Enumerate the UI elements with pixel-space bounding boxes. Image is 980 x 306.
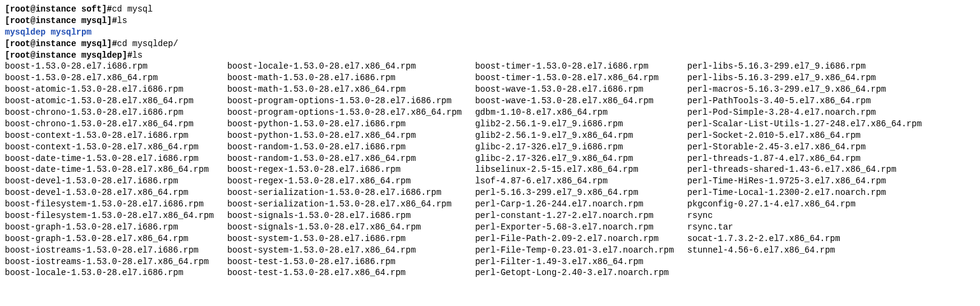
file-entry: boost-devel-1.53.0-28.el7.x86_64.rpm (5, 187, 214, 199)
file-entry: perl-Socket-2.010-5.el7.x86_64.rpm (688, 130, 922, 141)
file-entry: boost-timer-1.53.0-28.el7.i686.rpm (475, 61, 674, 72)
file-entry: boost-locale-1.53.0-28.el7.i686.rpm (5, 267, 214, 279)
file-entry: pkgconfig-0.27.1-4.el7.x86_64.rpm (688, 199, 922, 210)
ls-output-mysqldep: boost-1.53.0-28.el7.i686.rpmboost-1.53.0… (5, 61, 975, 279)
shell-command: ls (117, 15, 127, 27)
file-entry: boost-iostreams-1.53.0-28.el7.i686.rpm (5, 245, 214, 256)
file-entry: boost-wave-1.53.0-28.el7.x86_64.rpm (475, 95, 674, 107)
file-entry: boost-serialization-1.53.0-28.el7.x86_64… (227, 199, 461, 210)
ls-output-mysql: mysqldep mysqlrpm (5, 27, 975, 38)
file-entry: perl-Pod-Simple-3.28-4.el7.noarch.rpm (688, 107, 922, 118)
file-entry: boost-random-1.53.0-28.el7.i686.rpm (227, 141, 461, 153)
file-entry: boost-1.53.0-28.el7.x86_64.rpm (5, 72, 214, 84)
file-entry: perl-File-Temp-0.23.01-3.el7.noarch.rpm (475, 245, 674, 256)
file-entry: perl-constant-1.27-2.el7.noarch.rpm (475, 210, 674, 222)
file-entry: perl-libs-5.16.3-299.el7_9.x86_64.rpm (688, 72, 922, 84)
file-entry: perl-Getopt-Long-2.40-3.el7.noarch.rpm (475, 267, 674, 279)
file-entry: boost-signals-1.53.0-28.el7.i686.rpm (227, 210, 461, 222)
file-entry: boost-test-1.53.0-28.el7.i686.rpm (227, 256, 461, 268)
file-entry: lsof-4.87-6.el7.x86_64.rpm (475, 175, 674, 187)
file-entry: glibc-2.17-326.el7_9.i686.rpm (475, 141, 674, 153)
file-entry: boost-chrono-1.53.0-28.el7.i686.rpm (5, 107, 214, 118)
file-entry: glib2-2.56.1-9.el7_9.i686.rpm (475, 118, 674, 130)
file-entry: boost-devel-1.53.0-28.el7.i686.rpm (5, 175, 214, 187)
file-entry: perl-Carp-1.26-244.el7.noarch.rpm (475, 199, 674, 210)
file-entry: perl-threads-1.87-4.el7.x86_64.rpm (688, 153, 922, 165)
file-entry: boost-regex-1.53.0-28.el7.x86_64.rpm (227, 175, 461, 187)
file-entry: gdbm-1.10-8.el7.x86_64.rpm (475, 107, 674, 118)
file-entry: boost-context-1.53.0-28.el7.i686.rpm (5, 130, 214, 141)
file-entry: boost-program-options-1.53.0-28.el7.i686… (227, 95, 461, 107)
shell-prompt: [root@instance mysql]# (5, 15, 117, 27)
file-entry: rsync (688, 210, 922, 222)
file-entry: perl-Storable-2.45-3.el7.x86_64.rpm (688, 141, 922, 153)
file-entry: perl-Filter-1.49-3.el7.x86_64.rpm (475, 256, 674, 268)
prompt-line-3: [root@instance mysql]# cd mysqldep/ (5, 38, 975, 50)
file-entry: perl-File-Path-2.09-2.el7.noarch.rpm (475, 233, 674, 245)
file-entry: boost-atomic-1.53.0-28.el7.x86_64.rpm (5, 95, 214, 107)
terminal-output: [root@instance soft]# cd mysql [root@ins… (5, 4, 975, 279)
file-entry: boost-date-time-1.53.0-28.el7.x86_64.rpm (5, 164, 214, 175)
file-entry: socat-1.7.3.2-2.el7.x86_64.rpm (688, 233, 922, 245)
file-entry: boost-timer-1.53.0-28.el7.x86_64.rpm (475, 72, 674, 84)
file-entry: boost-graph-1.53.0-28.el7.x86_64.rpm (5, 233, 214, 245)
file-entry: perl-Time-HiRes-1.9725-3.el7.x86_64.rpm (688, 175, 922, 187)
file-column-0: boost-1.53.0-28.el7.i686.rpmboost-1.53.0… (5, 61, 214, 279)
file-entry: boost-python-1.53.0-28.el7.x86_64.rpm (227, 130, 461, 141)
file-entry: perl-libs-5.16.3-299.el7_9.i686.rpm (688, 61, 922, 72)
file-entry: boost-graph-1.53.0-28.el7.i686.rpm (5, 222, 214, 233)
shell-prompt: [root@instance mysql]# (5, 38, 117, 50)
file-entry: rsync.tar (688, 222, 922, 233)
file-entry: boost-math-1.53.0-28.el7.x86_64.rpm (227, 84, 461, 95)
file-entry: boost-system-1.53.0-28.el7.i686.rpm (227, 233, 461, 245)
shell-command: cd mysqldep/ (117, 38, 178, 50)
file-entry: boost-serialization-1.53.0-28.el7.i686.r… (227, 187, 461, 199)
file-entry: boost-random-1.53.0-28.el7.x86_64.rpm (227, 153, 461, 165)
file-entry: stunnel-4.56-6.el7.x86_64.rpm (688, 245, 922, 256)
file-entry: perl-Scalar-List-Utils-1.27-248.el7.x86_… (688, 118, 922, 130)
prompt-line-2: [root@instance mysql]# ls (5, 15, 975, 27)
file-entry: boost-date-time-1.53.0-28.el7.i686.rpm (5, 153, 214, 165)
file-entry: perl-PathTools-3.40-5.el7.x86_64.rpm (688, 95, 922, 107)
shell-prompt: [root@instance soft]# (5, 4, 112, 15)
file-entry: boost-python-1.53.0-28.el7.i686.rpm (227, 118, 461, 130)
file-column-2: boost-timer-1.53.0-28.el7.i686.rpmboost-… (475, 61, 674, 279)
file-entry: boost-math-1.53.0-28.el7.i686.rpm (227, 72, 461, 84)
file-entry: perl-5.16.3-299.el7_9.x86_64.rpm (475, 187, 674, 199)
file-entry: boost-test-1.53.0-28.el7.x86_64.rpm (227, 267, 461, 279)
prompt-line-4: [root@instance mysqldep]# ls (5, 50, 975, 61)
prompt-line-1: [root@instance soft]# cd mysql (5, 4, 975, 15)
file-entry: boost-program-options-1.53.0-28.el7.x86_… (227, 107, 461, 118)
file-entry: boost-signals-1.53.0-28.el7.x86_64.rpm (227, 222, 461, 233)
file-entry: boost-regex-1.53.0-28.el7.i686.rpm (227, 164, 461, 175)
file-entry: glibc-2.17-326.el7_9.x86_64.rpm (475, 153, 674, 165)
file-entry: perl-threads-shared-1.43-6.el7.x86_64.rp… (688, 164, 922, 175)
file-entry: glib2-2.56.1-9.el7_9.x86_64.rpm (475, 130, 674, 141)
file-column-1: boost-locale-1.53.0-28.el7.x86_64.rpmboo… (227, 61, 461, 279)
shell-command: ls (132, 50, 143, 61)
file-entry: boost-iostreams-1.53.0-28.el7.x86_64.rpm (5, 256, 214, 268)
file-entry: libselinux-2.5-15.el7.x86_64.rpm (475, 164, 674, 175)
file-entry: perl-Exporter-5.68-3.el7.noarch.rpm (475, 222, 674, 233)
file-entry: boost-chrono-1.53.0-28.el7.x86_64.rpm (5, 118, 214, 130)
file-entry: boost-system-1.53.0-28.el7.x86_64.rpm (227, 245, 461, 256)
shell-prompt: [root@instance mysqldep]# (5, 50, 132, 61)
file-entry: boost-filesystem-1.53.0-28.el7.i686.rpm (5, 199, 214, 210)
file-entry: perl-Time-Local-1.2300-2.el7.noarch.rpm (688, 187, 922, 199)
file-entry: boost-filesystem-1.53.0-28.el7.x86_64.rp… (5, 210, 214, 222)
file-entry: boost-context-1.53.0-28.el7.x86_64.rpm (5, 141, 214, 153)
file-entry: boost-atomic-1.53.0-28.el7.i686.rpm (5, 84, 214, 95)
file-entry: boost-1.53.0-28.el7.i686.rpm (5, 61, 214, 72)
file-entry: perl-macros-5.16.3-299.el7_9.x86_64.rpm (688, 84, 922, 95)
file-entry: boost-wave-1.53.0-28.el7.i686.rpm (475, 84, 674, 95)
file-column-3: perl-libs-5.16.3-299.el7_9.i686.rpmperl-… (688, 61, 922, 279)
shell-command: cd mysql (112, 4, 152, 15)
file-entry: boost-locale-1.53.0-28.el7.x86_64.rpm (227, 61, 461, 72)
